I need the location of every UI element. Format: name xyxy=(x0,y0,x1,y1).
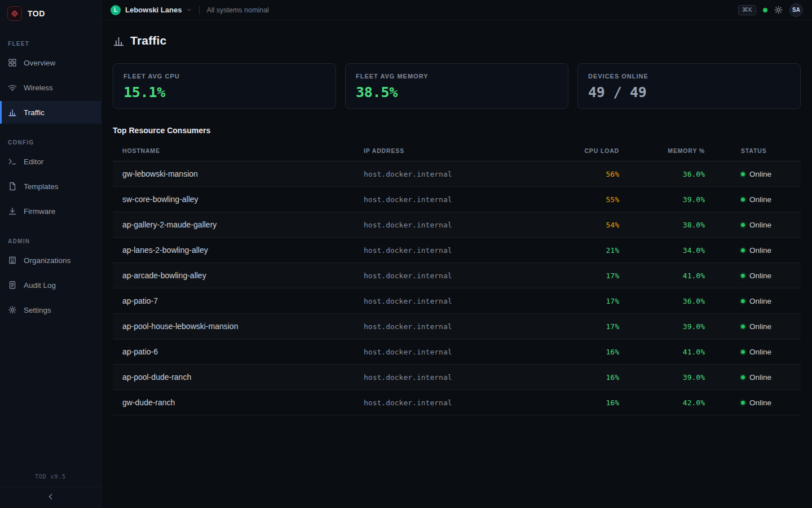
sidebar-item-traffic[interactable]: Traffic xyxy=(0,101,101,124)
app-logo[interactable]: TOD xyxy=(0,0,101,27)
sidebar-item-label: Organizations xyxy=(24,256,70,265)
hostname-cell: ap-patio-6 xyxy=(113,347,364,356)
table-row[interactable]: ap-pool-house-lebowski-mansionhost.docke… xyxy=(113,314,801,339)
memory-cell: 42.0% xyxy=(619,398,705,407)
sidebar-collapse-button[interactable] xyxy=(0,487,101,508)
main-area: L Lebowski Lanes All systems nominal ⌘K … xyxy=(102,0,812,508)
cpu-load-cell: 21% xyxy=(522,246,619,255)
table-row[interactable]: ap-patio-7host.docker.internal17%36.0%On… xyxy=(113,288,801,314)
org-name: Lebowski Lanes xyxy=(125,6,182,14)
cpu-load-cell: 17% xyxy=(522,297,619,305)
table-header: HOSTNAMEIP ADDRESSCPU LOADMEMORY %STATUS xyxy=(113,141,801,161)
sidebar-section-fleet: FLEET xyxy=(0,41,101,47)
download-icon xyxy=(8,207,17,216)
status-dot xyxy=(741,274,745,278)
building-icon xyxy=(8,256,17,265)
hostname-cell: ap-gallery-2-maude-gallery xyxy=(113,220,364,229)
stat-card-fleet-avg-memory: FLEET AVG MEMORY38.5% xyxy=(345,63,568,109)
ip-address-cell: host.docker.internal xyxy=(364,348,522,356)
memory-cell: 41.0% xyxy=(619,348,705,356)
org-switcher[interactable]: L Lebowski Lanes xyxy=(111,5,192,15)
ip-address-cell: host.docker.internal xyxy=(364,246,522,255)
sidebar-item-organizations[interactable]: Organizations xyxy=(0,249,101,271)
stat-card-label: DEVICES ONLINE xyxy=(588,73,790,80)
stat-card-value: 15.1% xyxy=(123,84,325,100)
cpu-load-cell: 56% xyxy=(522,170,619,178)
traffic-page-icon xyxy=(113,35,125,47)
status-label: Online xyxy=(749,271,771,280)
stat-card-value: 49 / 49 xyxy=(588,84,790,100)
table-row[interactable]: gw-dude-ranchhost.docker.internal16%42.0… xyxy=(113,390,801,415)
sidebar-item-firmware[interactable]: Firmware xyxy=(0,200,101,222)
chevron-down-icon xyxy=(186,7,192,13)
gear-icon xyxy=(8,305,17,314)
status-dot xyxy=(741,248,745,252)
column-header-memory: MEMORY % xyxy=(619,147,705,154)
table-row[interactable]: ap-patio-6host.docker.internal16%41.0%On… xyxy=(113,339,801,365)
table-row[interactable]: ap-gallery-2-maude-galleryhost.docker.in… xyxy=(113,212,801,238)
topbar-left: L Lebowski Lanes All systems nominal xyxy=(111,5,269,15)
sidebar-item-templates[interactable]: Templates xyxy=(0,175,101,198)
page-title-row: Traffic xyxy=(113,34,801,47)
table-row[interactable]: ap-pool-dude-ranchhost.docker.internal16… xyxy=(113,365,801,390)
status-label: Online xyxy=(749,297,771,305)
consumers-table: HOSTNAMEIP ADDRESSCPU LOADMEMORY %STATUS… xyxy=(113,141,801,415)
cpu-load-cell: 17% xyxy=(522,322,619,331)
status-dot xyxy=(741,325,745,329)
status-cell: Online xyxy=(705,398,801,407)
table-body: gw-lebowski-mansionhost.docker.internal5… xyxy=(113,161,801,415)
hostname-cell: ap-pool-house-lebowski-mansion xyxy=(113,322,364,331)
sidebar-nav: FLEETOverviewWirelessTrafficCONFIGEditor… xyxy=(0,27,101,323)
status-label: Online xyxy=(749,170,771,178)
table-row[interactable]: ap-lanes-2-bowling-alleyhost.docker.inte… xyxy=(113,238,801,263)
hostname-cell: ap-patio-7 xyxy=(113,296,364,305)
user-avatar[interactable]: SA xyxy=(789,3,803,17)
stat-card-devices-online: DEVICES ONLINE49 / 49 xyxy=(577,63,801,109)
sidebar: TOD FLEETOverviewWirelessTrafficCONFIGEd… xyxy=(0,0,102,508)
memory-cell: 36.0% xyxy=(619,297,705,305)
status-dot xyxy=(741,198,745,202)
stat-card-fleet-avg-cpu: FLEET AVG CPU15.1% xyxy=(113,63,336,109)
status-label: Online xyxy=(749,246,771,255)
theme-toggle-button[interactable] xyxy=(774,6,783,14)
memory-cell: 39.0% xyxy=(619,322,705,331)
sidebar-item-overview[interactable]: Overview xyxy=(0,51,101,74)
topbar: L Lebowski Lanes All systems nominal ⌘K … xyxy=(102,0,812,20)
grid-icon xyxy=(8,58,17,67)
sidebar-item-settings[interactable]: Settings xyxy=(0,299,101,321)
hostname-cell: gw-dude-ranch xyxy=(113,398,364,407)
app-version: TOD v9.5 xyxy=(0,474,101,480)
chevron-left-icon xyxy=(47,493,55,502)
stats-row: FLEET AVG CPU15.1%FLEET AVG MEMORY38.5%D… xyxy=(113,63,801,109)
wifi-icon xyxy=(8,83,17,92)
status-label: Online xyxy=(749,221,771,229)
ip-address-cell: host.docker.internal xyxy=(364,297,522,305)
status-cell: Online xyxy=(705,246,801,255)
status-dot xyxy=(741,299,745,303)
sidebar-section-admin: ADMIN xyxy=(0,238,101,244)
column-header-hostname: HOSTNAME xyxy=(113,147,364,154)
status-cell: Online xyxy=(705,348,801,356)
cpu-load-cell: 54% xyxy=(522,221,619,229)
sidebar-item-label: Templates xyxy=(24,182,59,191)
sidebar-item-label: Editor xyxy=(24,157,43,166)
table-row[interactable]: ap-arcade-bowling-alleyhost.docker.inter… xyxy=(113,263,801,288)
memory-cell: 36.0% xyxy=(619,170,705,178)
cpu-load-cell: 16% xyxy=(522,398,619,407)
cpu-load-cell: 55% xyxy=(522,195,619,204)
stat-card-label: FLEET AVG MEMORY xyxy=(356,73,558,80)
command-palette-shortcut[interactable]: ⌘K xyxy=(738,5,756,15)
topbar-divider xyxy=(199,6,200,15)
table-row[interactable]: gw-lebowski-mansionhost.docker.internal5… xyxy=(113,161,801,187)
sidebar-footer: TOD v9.5 xyxy=(0,474,101,508)
ip-address-cell: host.docker.internal xyxy=(364,195,522,204)
hostname-cell: ap-arcade-bowling-alley xyxy=(113,271,364,280)
status-label: Online xyxy=(749,348,771,356)
sidebar-section-config: CONFIG xyxy=(0,139,101,146)
status-label: Online xyxy=(749,195,771,204)
audit-log-icon xyxy=(8,281,17,290)
table-row[interactable]: sw-core-bowling-alleyhost.docker.interna… xyxy=(113,187,801,212)
sidebar-item-audit-log[interactable]: Audit Log xyxy=(0,274,101,296)
sidebar-item-wireless[interactable]: Wireless xyxy=(0,76,101,99)
sidebar-item-editor[interactable]: Editor xyxy=(0,150,101,173)
